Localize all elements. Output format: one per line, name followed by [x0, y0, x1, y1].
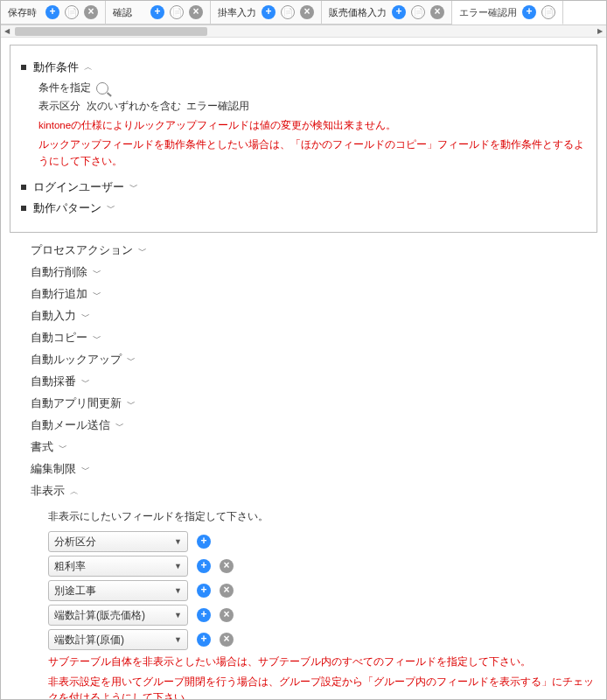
- tab-error-check[interactable]: エラー確認用: [452, 1, 563, 24]
- chevron-down-icon: ﹀: [127, 354, 136, 367]
- chevron-down-icon: ﹀: [59, 442, 67, 454]
- copy-icon[interactable]: [281, 5, 295, 19]
- tab-scrollbar[interactable]: ◀ ▶: [1, 25, 606, 38]
- specify-condition[interactable]: 条件を指定: [38, 80, 586, 95]
- lookup-warning2: ルックアップフィールドを動作条件としたい場合は、「ほかのフィールドのコピー」フィ…: [38, 136, 586, 169]
- copy-icon[interactable]: [170, 5, 184, 19]
- field-row: 粗利率▼: [48, 556, 594, 577]
- field-row: 別途工事▼: [48, 580, 594, 601]
- tab-price[interactable]: 販売価格入力: [322, 1, 452, 24]
- chevron-down-icon: ﹀: [138, 245, 147, 257]
- tree-auto-number[interactable]: 自動採番﹀: [31, 371, 594, 393]
- field-select[interactable]: 粗利率▼: [48, 556, 188, 577]
- remove-field-icon[interactable]: [220, 633, 234, 647]
- copy-icon[interactable]: [65, 5, 79, 19]
- hidden-desc: 非表示にしたいフィールドを指定して下さい。: [48, 509, 594, 524]
- add-field-icon[interactable]: [197, 535, 211, 549]
- tree-auto-row-delete[interactable]: 自動行削除﹀: [31, 262, 594, 284]
- tab-confirm[interactable]: 確認: [106, 1, 211, 24]
- close-icon[interactable]: [430, 5, 444, 19]
- condition-line: 表示区分 次のいずれかを含む エラー確認用: [38, 99, 586, 114]
- bullet-icon: [21, 206, 26, 211]
- login-users-header[interactable]: ログインユーザー ﹀: [21, 179, 586, 195]
- plus-icon[interactable]: [45, 5, 59, 19]
- action-tree: プロセスアクション﹀ 自動行削除﹀ 自動行追加﹀ 自動入力﹀ 自動コピー﹀ 自動…: [10, 233, 597, 700]
- close-icon[interactable]: [84, 5, 98, 19]
- chevron-down-icon[interactable]: ﹀: [107, 202, 115, 214]
- chevron-down-icon: ﹀: [81, 311, 90, 323]
- add-field-icon[interactable]: [197, 608, 211, 622]
- close-icon[interactable]: [189, 5, 203, 19]
- field-row: 分析区分▼: [48, 531, 594, 552]
- conditions-header[interactable]: 動作条件 ︿: [21, 60, 586, 75]
- scroll-left-icon[interactable]: ◀: [1, 25, 13, 38]
- copy-icon[interactable]: [411, 5, 425, 19]
- tree-hidden[interactable]: 非表示︿: [31, 480, 594, 502]
- group-warning: 非表示設定を用いてグループ開閉を行う場合は、グループ設定から「グループ内のフィー…: [48, 674, 594, 700]
- field-select[interactable]: 別途工事▼: [48, 580, 188, 601]
- scroll-right-icon[interactable]: ▶: [594, 25, 606, 38]
- tree-format[interactable]: 書式﹀: [31, 437, 594, 458]
- chevron-down-icon: ﹀: [81, 376, 90, 388]
- plus-icon[interactable]: [150, 5, 164, 19]
- bullet-icon: [21, 185, 26, 190]
- conditions-panel: 動作条件 ︿ 条件を指定 表示区分 次のいずれかを含む エラー確認用 kinto…: [10, 45, 597, 233]
- add-field-icon[interactable]: [197, 559, 211, 573]
- tab-bar: 保存時 確認 掛率入力 販売価格入力 エラー確認用: [1, 1, 606, 25]
- chevron-down-icon: ﹀: [115, 420, 124, 432]
- tree-process-action[interactable]: プロセスアクション﹀: [31, 240, 594, 262]
- pattern-header[interactable]: 動作パターン ﹀: [21, 200, 586, 216]
- plus-icon[interactable]: [262, 5, 276, 19]
- close-icon[interactable]: [300, 5, 314, 19]
- subtable-warning: サブテーブル自体を非表示としたい場合は、サブテーブル内のすべてのフィールドを指定…: [48, 654, 594, 669]
- chevron-down-icon: ﹀: [81, 464, 90, 476]
- field-select[interactable]: 端数計算(原価)▼: [48, 629, 188, 650]
- chevron-down-icon: ﹀: [93, 332, 101, 345]
- chevron-down-icon: ﹀: [127, 398, 136, 410]
- remove-field-icon[interactable]: [220, 608, 234, 622]
- plus-icon[interactable]: [392, 5, 406, 19]
- remove-field-icon[interactable]: [220, 559, 234, 573]
- tab-rate[interactable]: 掛率入力: [211, 1, 322, 24]
- field-row: 端数計算(販売価格)▼: [48, 605, 594, 626]
- chevron-down-icon: ﹀: [93, 289, 101, 301]
- bullet-icon: [21, 65, 26, 70]
- field-select[interactable]: 端数計算(販売価格)▼: [48, 605, 188, 626]
- tree-auto-mail[interactable]: 自動メール送信﹀: [31, 415, 594, 437]
- tab-save[interactable]: 保存時: [1, 1, 106, 24]
- remove-field-icon[interactable]: [220, 584, 234, 598]
- chevron-up-icon: ︿: [70, 486, 79, 498]
- chevron-up-icon[interactable]: ︿: [84, 61, 93, 74]
- tree-auto-input[interactable]: 自動入力﹀: [31, 305, 594, 327]
- hidden-fields-panel: 非表示にしたいフィールドを指定して下さい。 分析区分▼ 粗利率▼ 別途工事▼ 端…: [31, 502, 594, 700]
- field-row: 端数計算(原価)▼: [48, 629, 594, 650]
- tree-auto-lookup[interactable]: 自動ルックアップ﹀: [31, 349, 594, 371]
- copy-icon[interactable]: [541, 5, 555, 19]
- search-icon[interactable]: [96, 82, 108, 94]
- tree-edit-restrict[interactable]: 編集制限﹀: [31, 458, 594, 480]
- tree-auto-app-update[interactable]: 自動アプリ間更新﹀: [31, 393, 594, 415]
- plus-icon[interactable]: [522, 5, 536, 19]
- add-field-icon[interactable]: [197, 584, 211, 598]
- tree-auto-row-add[interactable]: 自動行追加﹀: [31, 284, 594, 305]
- tree-auto-copy[interactable]: 自動コピー﹀: [31, 327, 594, 349]
- scroll-thumb[interactable]: [15, 27, 207, 36]
- chevron-down-icon[interactable]: ﹀: [129, 181, 138, 193]
- lookup-warning: kintoneの仕様によりルックアップフィールドは値の変更が検知出来ません。: [38, 117, 586, 133]
- field-select[interactable]: 分析区分▼: [48, 531, 188, 552]
- add-field-icon[interactable]: [197, 633, 211, 647]
- chevron-down-icon: ﹀: [93, 267, 101, 279]
